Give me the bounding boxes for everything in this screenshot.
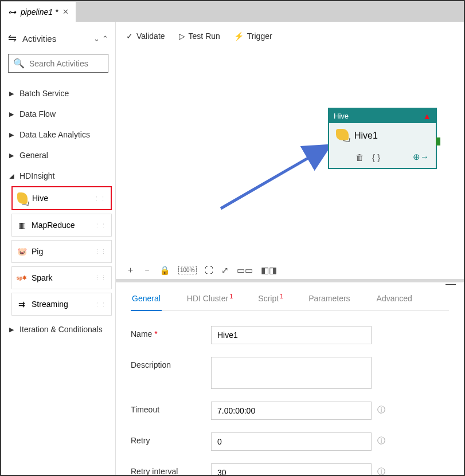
search-activities-input[interactable]: 🔍: [8, 54, 108, 73]
label-retry: Retry: [131, 432, 211, 445]
tree-hdinsight[interactable]: ◢HDInsight: [5, 166, 112, 186]
tab-parameters[interactable]: Parameters: [307, 294, 351, 310]
properties-panel: General HDI Cluster1 Script1 Parameters …: [116, 282, 464, 475]
tree-iteration-conditionals[interactable]: ▶Iteration & Conditionals: [5, 319, 112, 340]
mapreduce-icon: ▥: [17, 220, 27, 230]
activity-mapreduce[interactable]: ▥MapReduce⋮⋮: [11, 214, 112, 237]
validate-button[interactable]: ✓Validate: [126, 32, 165, 41]
label-retry-interval: Retry interval: [131, 463, 211, 475]
fullscreen-button[interactable]: ⤢: [221, 265, 229, 276]
tab-script[interactable]: Script1: [257, 294, 283, 310]
grip-icon: ⋮⋮: [94, 222, 107, 229]
hive-icon: [17, 193, 28, 203]
chevron-right-icon: ▶: [8, 131, 15, 139]
hive-icon: [336, 129, 349, 143]
warning-icon: ▲: [423, 111, 431, 121]
label-description: Description: [131, 357, 211, 369]
grip-icon: ⋮⋮: [94, 248, 107, 255]
chevron-right-icon: ▶: [8, 326, 15, 333]
retry-interval-input[interactable]: [211, 463, 372, 475]
bolt-icon: ⚡: [234, 32, 244, 41]
grip-icon: ⋮⋮: [93, 195, 106, 202]
error-badge: 1: [280, 293, 283, 300]
zoom-100-button[interactable]: 100%: [178, 266, 197, 274]
pipeline-canvas[interactable]: Hive ▲ Hive1 🗑 { } ⊕→ ＋ － 🔒: [116, 50, 464, 279]
node-name: Hive1: [354, 131, 378, 141]
chevron-right-icon: ▶: [8, 111, 15, 118]
pipeline-icon: ⊶: [8, 7, 16, 17]
tab-hdi-cluster[interactable]: HDI Cluster1: [186, 294, 233, 310]
canvas-toolbar: ✓Validate ▷Test Run ⚡Trigger: [116, 22, 464, 50]
streaming-icon: ⇉: [17, 299, 27, 309]
description-input[interactable]: [211, 357, 372, 389]
minimize-icon[interactable]: —: [446, 278, 456, 290]
info-icon[interactable]: ⓘ: [377, 432, 385, 446]
fit-button[interactable]: ⛶: [205, 265, 213, 275]
error-badge: 1: [229, 293, 233, 300]
output-port[interactable]: [436, 137, 440, 145]
timeout-input[interactable]: [211, 402, 372, 420]
grip-icon: ⋮⋮: [94, 301, 107, 308]
info-icon[interactable]: ⓘ: [377, 402, 385, 415]
activity-spark[interactable]: sp✱Spark⋮⋮: [11, 266, 112, 289]
tree-data-lake-analytics[interactable]: ▶Data Lake Analytics: [5, 124, 112, 145]
label-name: Name *: [131, 326, 211, 339]
collapse-expand-icon[interactable]: ⌄⌃: [93, 34, 108, 43]
panel-divider[interactable]: —: [116, 279, 464, 282]
search-icon: 🔍: [13, 58, 25, 69]
chevron-right-icon: ▶: [8, 90, 15, 97]
play-icon: ▷: [179, 32, 185, 41]
chevron-right-icon: ▶: [8, 152, 15, 159]
activity-hive[interactable]: Hive⋮⋮: [11, 186, 112, 210]
sidebar-title: Activities: [22, 34, 56, 44]
tab-general[interactable]: General: [131, 294, 162, 311]
trigger-button[interactable]: ⚡Trigger: [234, 32, 272, 41]
tree-batch-service[interactable]: ▶Batch Service: [5, 83, 112, 104]
lock-button[interactable]: 🔒: [159, 265, 170, 276]
activities-sidebar: ⇋ Activities ⌄⌃ 🔍 ▶Batch Service ▶Data F…: [1, 22, 116, 475]
zoom-in-button[interactable]: ＋: [126, 265, 135, 276]
close-icon[interactable]: ✕: [62, 7, 69, 16]
grip-icon: ⋮⋮: [94, 274, 107, 282]
search-field[interactable]: [29, 59, 103, 68]
pipeline-tab[interactable]: ⊶ pipeline1 * ✕: [1, 1, 76, 22]
activity-pig[interactable]: 🐷Pig⋮⋮: [11, 240, 112, 263]
hive-activity-node[interactable]: Hive ▲ Hive1 🗑 { } ⊕→: [328, 108, 437, 169]
info-icon[interactable]: ⓘ: [377, 463, 385, 475]
canvas-tools: ＋ － 🔒 100% ⛶ ⤢ ▭▭ ◧◨: [126, 265, 277, 276]
retry-input[interactable]: [211, 432, 372, 451]
node-type-label: Hive: [334, 112, 349, 120]
zoom-out-button[interactable]: －: [143, 265, 151, 276]
pipeline-tab-title: pipeline1 *: [21, 7, 58, 17]
activities-icon: ⇋: [8, 32, 17, 45]
tree-general[interactable]: ▶General: [5, 145, 112, 166]
delete-icon[interactable]: 🗑: [355, 152, 364, 162]
tab-advanced[interactable]: Advanced: [376, 294, 413, 310]
label-timeout: Timeout: [131, 402, 211, 414]
align-button[interactable]: ▭▭: [237, 265, 253, 276]
svg-line-0: [221, 145, 330, 209]
layout-button[interactable]: ◧◨: [261, 265, 277, 276]
activity-streaming[interactable]: ⇉Streaming⋮⋮: [11, 293, 112, 316]
drag-arrow-annotation: [218, 140, 338, 214]
chevron-down-icon: ◢: [8, 172, 15, 180]
output-icon[interactable]: ⊕→: [413, 152, 429, 162]
name-input[interactable]: [211, 326, 372, 344]
check-icon: ✓: [126, 32, 133, 41]
pig-icon: 🐷: [17, 246, 27, 257]
test-run-button[interactable]: ▷Test Run: [179, 32, 220, 41]
spark-icon: sp✱: [17, 273, 27, 283]
tree-data-flow[interactable]: ▶Data Flow: [5, 104, 112, 124]
code-icon[interactable]: { }: [372, 152, 380, 162]
